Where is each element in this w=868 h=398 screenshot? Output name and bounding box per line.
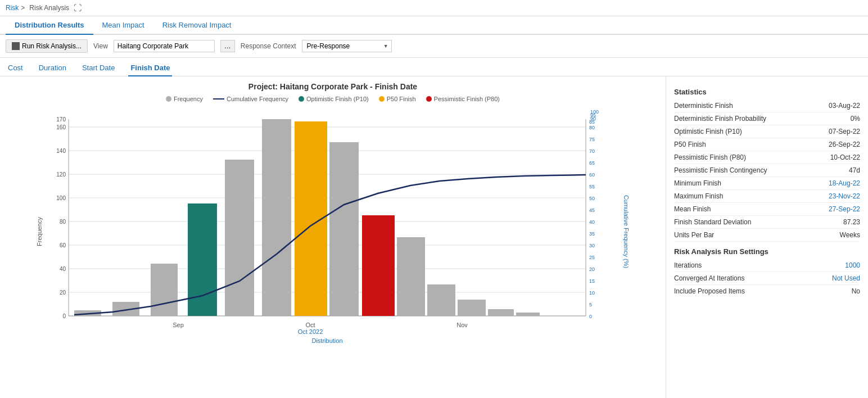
breadcrumb-separator: >: [21, 4, 25, 12]
svg-text:5: 5: [589, 302, 592, 307]
bar-13: [488, 309, 514, 316]
legend-cumulative-label: Cumulative Frequency: [227, 96, 288, 102]
run-settings-title: Risk Analysis Run Settings: [674, 247, 860, 256]
svg-text:Distribution: Distribution: [311, 337, 342, 344]
stats-key-mean: Mean Finish: [674, 205, 711, 213]
legend-frequency: Frequency: [166, 96, 203, 102]
stats-key-proposed: Include Proposed Items: [674, 287, 745, 295]
svg-text:15: 15: [589, 278, 595, 284]
svg-text:140: 140: [56, 148, 66, 154]
stats-key-det-finish: Deterministic Finish: [674, 102, 733, 110]
svg-text:35: 35: [589, 231, 595, 237]
svg-text:Nov: Nov: [456, 322, 468, 328]
svg-text:30: 30: [589, 243, 595, 248]
response-context-select[interactable]: Pre-Response Post-Response: [302, 40, 392, 52]
svg-text:40: 40: [589, 219, 595, 225]
bar-p10: [188, 203, 217, 316]
stats-key-p50: P50 Finish: [674, 141, 706, 148]
chart-legend: Frequency Cumulative Frequency Optimisti…: [166, 96, 500, 102]
sub-tab-cost[interactable]: Cost: [6, 60, 25, 76]
fullscreen-button[interactable]: ⛶: [74, 3, 82, 12]
view-more-button[interactable]: …: [220, 40, 235, 52]
stats-val-p50: 26-Sep-22: [829, 141, 860, 148]
stats-row-min: Minimum Finish 18-Aug-22: [674, 177, 860, 190]
bar-12: [458, 300, 486, 316]
stats-val-std-dev: 87.23: [843, 218, 860, 226]
stats-key-std-dev: Finish Standard Deviation: [674, 218, 751, 226]
stats-val-converged: Not Used: [832, 274, 860, 282]
stats-val-det-finish: 03-Aug-22: [829, 102, 860, 110]
svg-text:Frequency: Frequency: [36, 217, 43, 246]
stats-row-mean: Mean Finish 27-Sep-22: [674, 203, 860, 216]
chart-container: Frequency Cumulative Frequency (%): [35, 108, 631, 344]
legend-p80: Pessimistic Finish (P80): [426, 96, 500, 102]
stats-key-contingency: Pessimistic Finish Contingency: [674, 166, 767, 174]
svg-text:Sep: Sep: [173, 322, 184, 328]
sub-tabs: Cost Duration Start Date Finish Date: [0, 58, 868, 76]
stats-key-units: Units Per Bar: [674, 231, 714, 239]
bar-11: [427, 284, 455, 316]
stats-val-p80: 10-Oct-22: [830, 153, 860, 161]
svg-text:80: 80: [60, 219, 66, 225]
tab-mean-impact[interactable]: Mean Impact: [93, 16, 153, 35]
bar-10: [397, 237, 425, 316]
svg-text:45: 45: [589, 207, 595, 213]
legend-cumulative: Cumulative Frequency: [213, 96, 288, 102]
legend-p50-label: P50 Finish: [387, 96, 416, 102]
tab-risk-removal-impact[interactable]: Risk Removal Impact: [153, 16, 241, 35]
stats-key-min: Minimum Finish: [674, 179, 721, 187]
svg-text:10: 10: [589, 290, 595, 296]
stats-row-contingency: Pessimistic Finish Contingency 47d: [674, 164, 860, 177]
legend-p50-icon: [379, 96, 385, 102]
bar-14: [516, 313, 540, 316]
bar-p80: [362, 215, 395, 316]
stats-val-opt-finish: 07-Sep-22: [829, 128, 860, 135]
svg-text:20: 20: [589, 266, 595, 272]
view-label: View: [93, 42, 108, 50]
svg-text:0: 0: [62, 313, 66, 319]
stats-row-proposed: Include Proposed Items No: [674, 285, 860, 297]
svg-text:65: 65: [589, 160, 595, 166]
svg-text:70: 70: [589, 148, 595, 154]
stats-row-converged: Converged At Iterations Not Used: [674, 272, 860, 285]
stats-key-p80: Pessimistic Finish (P80): [674, 153, 746, 161]
stats-row-opt-finish: Optimistic Finish (P10) 07-Sep-22: [674, 125, 860, 138]
stats-val-mean: 27-Sep-22: [829, 205, 860, 213]
stats-row-units: Units Per Bar Weeks: [674, 229, 860, 242]
chart-title: Project: Haitang Corporate Park - Finish…: [248, 82, 417, 91]
run-risk-analysis-button[interactable]: Run Risk Analysis...: [6, 39, 88, 53]
statistics-title: Statistics: [674, 88, 860, 96]
stats-row-p80: Pessimistic Finish (P80) 10-Oct-22: [674, 151, 860, 164]
sub-tab-finish-date[interactable]: Finish Date: [128, 60, 172, 76]
svg-text:60: 60: [589, 172, 595, 178]
chart-area: Project: Haitang Corporate Park - Finish…: [0, 76, 666, 398]
bar-6: [262, 119, 291, 316]
breadcrumb-risk-link[interactable]: Risk: [6, 4, 19, 12]
svg-text:20: 20: [60, 290, 66, 296]
legend-frequency-icon: [166, 96, 171, 102]
breadcrumb-current: Risk Analysis: [29, 4, 69, 12]
svg-text:160: 160: [56, 124, 66, 130]
stats-val-min: 18-Aug-22: [829, 179, 860, 187]
tab-distribution-results[interactable]: Distribution Results: [6, 16, 93, 35]
stats-key-max: Maximum Finish: [674, 192, 723, 200]
sub-tab-duration[interactable]: Duration: [37, 60, 69, 76]
legend-p10: Optimistic Finish (P10): [299, 96, 369, 102]
content-area: Project: Haitang Corporate Park - Finish…: [0, 76, 868, 398]
stats-row-det-prob: Deterministic Finish Probability 0%: [674, 112, 860, 125]
stats-key-converged: Converged At Iterations: [674, 274, 744, 282]
stats-row-det-finish: Deterministic Finish 03-Aug-22: [674, 100, 860, 112]
chart-svg: Frequency Cumulative Frequency (%): [35, 108, 631, 344]
view-input[interactable]: [114, 40, 215, 52]
sub-tab-start-date[interactable]: Start Date: [80, 60, 117, 76]
svg-text:170: 170: [56, 116, 66, 123]
stats-row-max: Maximum Finish 23-Nov-22: [674, 190, 860, 203]
stats-row-p50: P50 Finish 26-Sep-22: [674, 138, 860, 151]
legend-p10-label: Optimistic Finish (P10): [306, 96, 369, 102]
stats-key-opt-finish: Optimistic Finish (P10): [674, 128, 742, 135]
bar-3: [151, 264, 178, 316]
legend-p80-label: Pessimistic Finish (P80): [434, 96, 500, 102]
stats-val-max: 23-Nov-22: [829, 192, 860, 200]
stats-key-iterations: Iterations: [674, 261, 702, 269]
svg-text:40: 40: [60, 266, 66, 272]
